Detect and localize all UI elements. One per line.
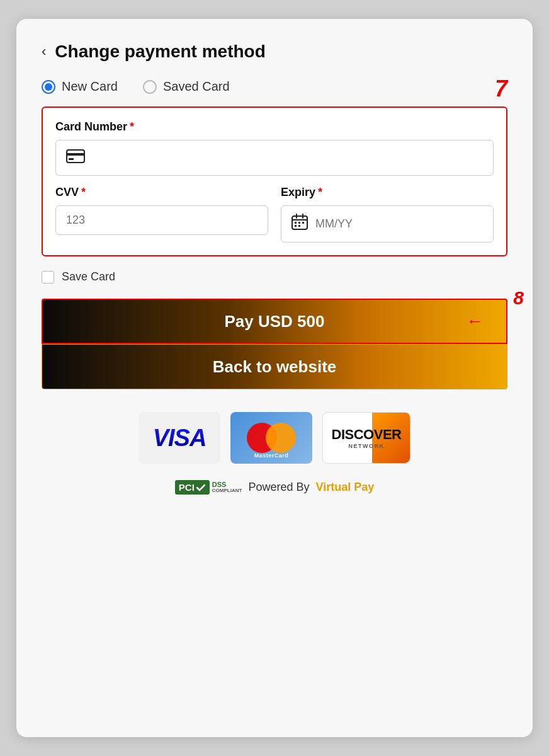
virtual-pay-text: Virtual Pay xyxy=(315,481,374,494)
card-form-section: Card Number * CVV * xyxy=(42,106,507,256)
saved-card-radio[interactable] xyxy=(143,80,157,94)
mc-yellow-circle xyxy=(266,423,296,453)
discover-logo: DISCOVER NETWORK xyxy=(322,412,410,464)
card-number-input[interactable] xyxy=(93,151,483,164)
saved-card-option[interactable]: Saved Card xyxy=(143,79,230,94)
required-star-expiry: * xyxy=(318,186,322,199)
pay-button-label: Pay USD 500 xyxy=(225,312,325,331)
powered-by-row: PCI DSS COMPLIANT Powered By Virtual Pay xyxy=(42,480,507,495)
back-to-website-button[interactable]: Back to website xyxy=(42,344,507,389)
annotation-badge-7: 7 xyxy=(495,76,507,102)
new-card-option[interactable]: New Card xyxy=(42,79,118,94)
cvv-expiry-row: CVV * Expiry * xyxy=(55,186,494,243)
svg-rect-10 xyxy=(295,225,297,227)
checkmark-icon xyxy=(196,483,206,492)
back-button-label: Back to website xyxy=(213,357,337,377)
discover-sub-text: NETWORK xyxy=(348,443,384,449)
annotation-badge-8: 8 xyxy=(513,287,524,309)
cvv-wrapper[interactable] xyxy=(55,205,268,235)
required-star-cvv: * xyxy=(81,186,86,199)
visa-logo: VISA xyxy=(139,412,220,464)
mastercard-logo: MasterCard xyxy=(230,412,312,464)
saved-card-label: Saved Card xyxy=(163,79,230,94)
svg-rect-9 xyxy=(302,222,304,224)
action-buttons: Pay USD 500 ← 8 Back to website xyxy=(42,299,507,389)
discover-main-text: DISCOVER xyxy=(332,427,402,443)
arrow-icon: ← xyxy=(466,311,484,331)
powered-by-text: Powered By xyxy=(248,481,309,494)
payment-modal: ‹ Change payment method New Card Saved C… xyxy=(16,19,533,737)
expiry-group: Expiry * xyxy=(281,186,494,243)
new-card-radio[interactable] xyxy=(42,80,55,94)
payment-logos-row: VISA MasterCard DISCOVER NETWORK xyxy=(42,412,507,464)
svg-rect-8 xyxy=(298,222,300,224)
svg-rect-1 xyxy=(67,153,84,156)
page-title: Change payment method xyxy=(55,42,265,62)
card-number-label: Card Number * xyxy=(55,120,494,134)
svg-rect-2 xyxy=(69,158,74,160)
card-number-wrapper[interactable] xyxy=(55,140,494,176)
cvv-label: CVV * xyxy=(55,186,268,199)
cvv-input[interactable] xyxy=(66,214,258,227)
svg-rect-7 xyxy=(295,222,297,224)
pay-button[interactable]: Pay USD 500 ← 8 xyxy=(42,299,507,344)
cvv-group: CVV * xyxy=(55,186,268,243)
expiry-wrapper[interactable] xyxy=(281,205,494,243)
save-card-row: Save Card xyxy=(42,270,507,284)
credit-card-icon xyxy=(66,148,85,168)
required-star-card: * xyxy=(130,120,134,134)
pci-box: PCI xyxy=(175,480,210,495)
mastercard-text: MasterCard xyxy=(230,452,312,459)
expiry-label: Expiry * xyxy=(281,186,494,199)
pci-badge: PCI DSS COMPLIANT xyxy=(175,480,242,495)
svg-rect-0 xyxy=(67,150,84,163)
payment-type-group: New Card Saved Card 7 xyxy=(42,79,507,94)
save-card-checkbox[interactable] xyxy=(42,271,54,284)
save-card-label: Save Card xyxy=(62,270,115,284)
visa-text: VISA xyxy=(153,425,207,452)
discover-text-wrap: DISCOVER NETWORK xyxy=(332,427,402,449)
dss-text: DSS COMPLIANT xyxy=(212,481,242,494)
mastercard-circles xyxy=(247,423,296,453)
calendar-icon xyxy=(291,214,308,234)
new-card-label: New Card xyxy=(62,79,118,94)
expiry-input[interactable] xyxy=(315,217,483,231)
svg-rect-11 xyxy=(298,225,300,227)
modal-header: ‹ Change payment method xyxy=(42,42,507,62)
back-icon[interactable]: ‹ xyxy=(42,45,46,59)
